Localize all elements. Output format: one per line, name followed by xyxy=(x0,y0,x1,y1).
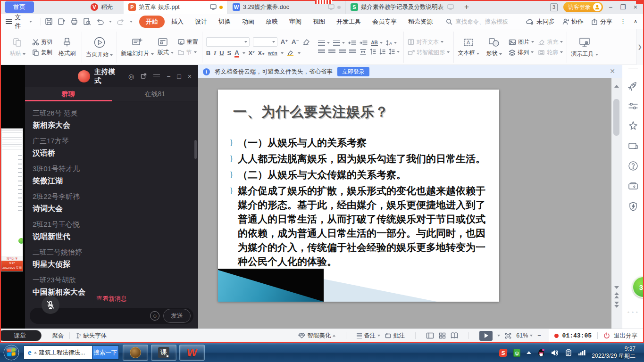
qq-tray-icon[interactable] xyxy=(537,348,545,357)
slide[interactable]: 一、为什么要关注娱乐？ } （一）从娱乐与人的关系考察 } 人人都无法脱离娱乐，… xyxy=(218,90,499,302)
underline-button[interactable]: U xyxy=(219,49,224,57)
bullets-button[interactable] xyxy=(318,41,330,46)
align-left-icon[interactable] xyxy=(318,49,325,54)
taskbar-app-wps[interactable]: W xyxy=(179,345,205,361)
clipboard-tray-icon[interactable] xyxy=(565,349,572,356)
ie-search-widget[interactable]: e 建筑工程法律法... xyxy=(24,346,92,360)
decrease-indent-icon[interactable] xyxy=(348,40,356,46)
italic-button[interactable]: I xyxy=(214,49,216,57)
usb-tray-icon[interactable] xyxy=(513,349,520,357)
search-input[interactable] xyxy=(455,18,526,25)
redo-icon[interactable] xyxy=(117,18,125,25)
print-icon[interactable] xyxy=(70,17,78,25)
output-icon[interactable] xyxy=(58,17,66,25)
scrollbar-thumb[interactable] xyxy=(613,99,619,136)
menu-home[interactable]: 开始 xyxy=(139,16,165,28)
popout-icon[interactable] xyxy=(141,73,147,79)
emoji-icon[interactable]: ☺ xyxy=(150,311,159,321)
new-slide-dropdown-icon[interactable] xyxy=(151,53,154,55)
para-spacing-up-icon[interactable] xyxy=(370,49,376,55)
send-button[interactable]: 发送 xyxy=(163,309,191,323)
layout-icon[interactable] xyxy=(158,38,168,46)
print-preview-icon[interactable] xyxy=(83,17,91,25)
start-button[interactable] xyxy=(3,344,20,361)
rocket-icon[interactable] xyxy=(628,81,638,91)
record-icon[interactable]: ◎ xyxy=(128,73,134,80)
superscript-button[interactable]: X² xyxy=(249,49,255,57)
menu-daoke-resources[interactable]: 稻壳资源 xyxy=(403,16,437,27)
taskbar-app-book[interactable] xyxy=(123,345,148,361)
maximize-chat-icon[interactable]: □ xyxy=(177,73,181,80)
cluster-button[interactable]: 聚合 xyxy=(52,332,64,340)
save-icon[interactable] xyxy=(45,17,53,25)
next-slide-button[interactable] xyxy=(611,302,622,308)
fit-screen-icon[interactable] xyxy=(505,333,511,339)
switch-window-icon[interactable] xyxy=(628,141,638,150)
undo-dropdown-icon[interactable] xyxy=(109,21,112,23)
slide-title[interactable]: 一、为什么要关注娱乐？ xyxy=(233,103,389,122)
smart-beautify-button[interactable]: 智能美化 xyxy=(298,332,335,340)
cut-button[interactable]: 剪切 xyxy=(32,38,52,46)
sogou-tray-icon[interactable]: S xyxy=(499,349,508,357)
classroom-tag[interactable]: 课堂 xyxy=(0,330,42,341)
network-tray-icon[interactable] xyxy=(578,349,585,356)
present-tools-button[interactable]: 演示工具 xyxy=(571,37,598,58)
menu-icon[interactable] xyxy=(153,74,160,78)
chat-message-list[interactable]: 三班26号 范灵新相亲大会 广三17方琴汉语桥 3班01号符才儿笑傲江湖 2班2… xyxy=(25,101,198,307)
taskbar-app-classroom[interactable]: 课 xyxy=(151,345,176,361)
missing-font-button[interactable]: ? 缺失字体 xyxy=(75,332,107,340)
window-count-badge[interactable]: 3 xyxy=(550,3,558,11)
justify-icon[interactable] xyxy=(349,49,356,54)
text-direction-button[interactable]: AB xyxy=(371,40,382,46)
play-dropdown-icon[interactable] xyxy=(110,54,113,56)
font-family-select[interactable] xyxy=(206,37,250,47)
line-height-button[interactable] xyxy=(389,49,400,55)
textbox-button[interactable]: A 文本框 xyxy=(458,38,479,57)
clear-format-icon[interactable] xyxy=(302,39,310,45)
stove-icon[interactable] xyxy=(628,181,638,191)
play-options-icon[interactable] xyxy=(497,335,500,337)
volume-tray-icon[interactable] xyxy=(551,349,559,356)
tab-group-chat[interactable]: 群聊 xyxy=(25,87,112,101)
share-button[interactable]: 分享 xyxy=(591,17,612,26)
web-search-button[interactable]: 搜索一下 xyxy=(92,346,119,360)
increase-font-button[interactable]: A⁺ xyxy=(281,38,288,45)
file-menu[interactable]: 文件 xyxy=(0,13,37,30)
copy-button[interactable]: 复制 xyxy=(32,49,52,57)
distribute-icon[interactable] xyxy=(360,49,367,55)
font-color-button[interactable]: A xyxy=(234,49,239,58)
magic-star-icon[interactable] xyxy=(628,121,638,131)
tab-document-sheet[interactable]: S 媒介素养教学记录及分数说明表 xyxy=(345,0,459,14)
settings-sliders-icon[interactable] xyxy=(628,102,638,110)
menu-devtools[interactable]: 开发工具 xyxy=(332,16,366,27)
align-center-icon[interactable] xyxy=(328,49,335,54)
quickbar-dropdown-icon[interactable] xyxy=(130,21,133,23)
new-tab-button[interactable]: + xyxy=(459,2,475,12)
menu-view[interactable]: 视图 xyxy=(308,16,330,27)
more-dots-icon[interactable]: ◦◦◦ xyxy=(627,309,640,315)
new-slide-button[interactable]: 新建幻灯片 xyxy=(121,37,153,58)
increase-indent-icon[interactable] xyxy=(360,40,368,46)
align-right-icon[interactable] xyxy=(339,49,346,54)
chat-header[interactable]: 主持模式 ◎ − □ × xyxy=(25,65,198,87)
highlight-dropdown-icon[interactable] xyxy=(298,52,301,54)
fill-button[interactable]: 填充 xyxy=(538,38,563,46)
collapse-ribbon-icon[interactable]: ∧ xyxy=(634,18,637,25)
format-painter-button[interactable]: 格式刷 xyxy=(56,37,78,58)
sync-status[interactable]: 未同步 xyxy=(526,17,555,26)
previous-slide-button[interactable] xyxy=(611,292,622,298)
minimize-chat-icon[interactable]: − xyxy=(167,73,170,80)
font-size-select[interactable] xyxy=(253,37,277,47)
more-menu-icon[interactable]: ⋮ xyxy=(620,18,626,25)
slideshow-play-button[interactable] xyxy=(479,331,493,341)
view-new-messages-link[interactable]: 查看新消息 xyxy=(93,294,130,304)
picture-button[interactable]: 图片 xyxy=(509,38,534,46)
tray-expand-icon[interactable] xyxy=(527,351,531,354)
bold-button[interactable]: B xyxy=(206,49,210,57)
to-smartart-button[interactable]: 转智能图形 xyxy=(408,49,450,57)
zoom-out-button[interactable]: − xyxy=(537,332,541,339)
minimize-button[interactable]: − xyxy=(609,3,612,11)
shared-screen-thumbnail[interactable]: 退出分享 9:37 2022/3/29 星期二 xyxy=(1,128,23,272)
collab-button[interactable]: 协作 xyxy=(562,17,584,26)
drag-handle-icon[interactable] xyxy=(628,68,638,71)
